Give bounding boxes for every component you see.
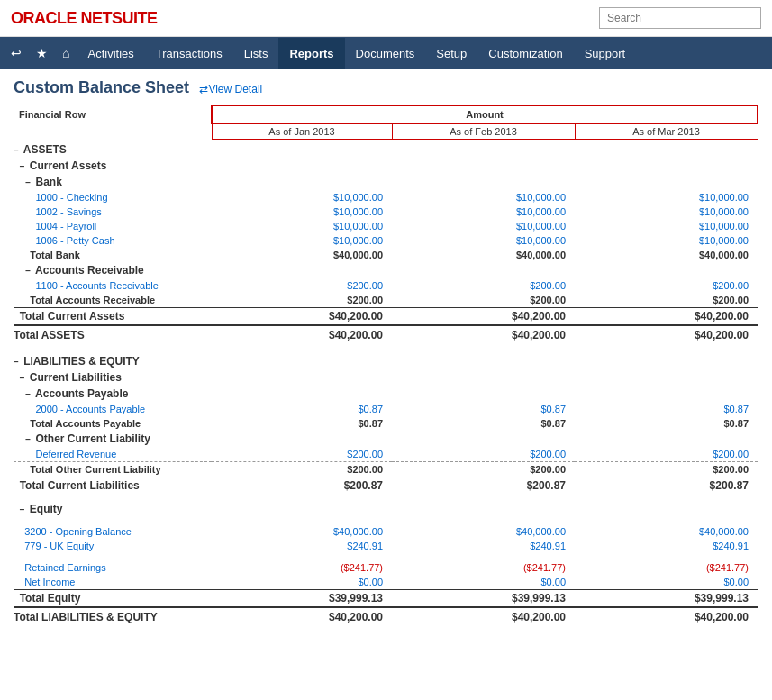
row-value-0: $10,000.00 [212,233,392,248]
row-value-2: $40,200.00 [575,325,758,344]
row-value-0: $40,000.00 [212,524,392,539]
row-label: Deferred Revenue [14,447,212,462]
table-row: 779 - UK Equity$240.91$240.91$240.91 [14,539,758,553]
row-value-1: $0.87 [392,402,575,416]
top-bar: ORACLE NETSUITE [0,0,772,37]
row-value-1: $10,000.00 [392,190,575,205]
col-mar: As of Mar 2013 [575,123,758,140]
search-input[interactable] [599,7,761,29]
col-jan: As of Jan 2013 [212,123,392,140]
row-value-0: $200.00 [212,447,392,462]
row-value-1: $40,000.00 [392,248,575,262]
page-header: Custom Balance Sheet ⇄View Detail [14,78,758,97]
row-value-1: $0.87 [392,416,575,431]
report-table: Financial Row Amount As of Jan 2013 As o… [14,105,758,626]
row-value-1: $0.00 [392,575,575,590]
table-row: Total Current Assets$40,200.00$40,200.00… [14,307,758,325]
row-label: Total Current Assets [14,307,212,325]
back-icon[interactable]: ↩ [4,37,29,69]
row-value-2: $40,000.00 [575,524,758,539]
row-label: − Equity [14,501,212,517]
row-label: 3200 - Opening Balance [14,524,212,539]
spacer-row [14,553,758,560]
page-title: Custom Balance Sheet [14,78,189,97]
row-value-2: $0.87 [575,416,758,431]
row-label: − Current Liabilities [14,369,212,386]
row-label: 779 - UK Equity [14,539,212,553]
table-row: Total Current Liabilities$200.87$200.87$… [14,477,758,494]
row-value-2: $200.00 [575,447,758,462]
home-icon[interactable]: ⌂ [55,37,77,69]
view-detail-link[interactable]: ⇄View Detail [199,83,262,95]
nav-documents[interactable]: Documents [345,38,426,69]
row-value-1: $10,000.00 [392,233,575,248]
table-row: Deferred Revenue$200.00$200.00$200.00 [14,447,758,462]
row-label: Total Accounts Receivable [14,293,212,308]
nav-customization[interactable]: Customization [477,38,573,69]
row-label: − Bank [14,174,212,190]
row-value-1: $200.00 [392,278,575,293]
empty-header [14,123,212,140]
row-label: − Accounts Receivable [14,262,212,278]
row-value-2: $10,000.00 [575,219,758,233]
row-value-2: $39,999.13 [575,589,758,607]
netsuite-text: NETSUITE [81,9,158,27]
col-feb: As of Feb 2013 [392,123,575,140]
row-value-0: $10,000.00 [212,190,392,205]
table-row: Total Accounts Payable$0.87$0.87$0.87 [14,416,758,431]
table-row: − ASSETS [14,140,758,158]
row-label: 1002 - Savings [14,205,212,219]
row-label: − LIABILITIES & EQUITY [14,351,212,369]
row-label: − Other Current Liability [14,431,212,447]
row-label: Net Income [14,575,212,590]
nav-activities[interactable]: Activities [77,38,144,69]
row-value-0: $200.00 [212,293,392,308]
row-value-2: $200.00 [575,461,758,477]
row-label: Retained Earnings [14,560,212,575]
row-value-2: $40,000.00 [575,248,758,262]
row-value-2: $200.87 [575,477,758,494]
favorites-icon[interactable]: ★ [29,37,55,69]
table-row: − Current Liabilities [14,369,758,386]
row-value-1: $200.87 [392,477,575,494]
table-header-row: Financial Row Amount [14,105,758,123]
table-row: Total Accounts Receivable$200.00$200.00$… [14,293,758,308]
row-value-2: $10,000.00 [575,190,758,205]
table-row: Total LIABILITIES & EQUITY$40,200.00$40,… [14,607,758,626]
row-label: − Current Assets [14,158,212,174]
row-label: − Accounts Payable [14,386,212,402]
row-value-2: $40,200.00 [575,307,758,325]
row-value-0: $200.87 [212,477,392,494]
row-value-1: $39,999.13 [392,589,575,607]
row-label: 1004 - Payroll [14,219,212,233]
nav-setup[interactable]: Setup [425,38,477,69]
row-value-1: $240.91 [392,539,575,553]
row-value-2: $10,000.00 [575,205,758,219]
row-value-2: $0.00 [575,575,758,590]
row-value-0: $40,200.00 [212,607,392,626]
table-row: − Accounts Payable [14,386,758,402]
table-row: Net Income$0.00$0.00$0.00 [14,575,758,590]
nav-lists[interactable]: Lists [233,38,279,69]
nav-reports[interactable]: Reports [278,38,344,69]
row-value-0: $0.87 [212,402,392,416]
row-label: Total Bank [14,248,212,262]
row-value-2: ($241.77) [575,560,758,575]
row-value-2: $0.87 [575,402,758,416]
row-value-0: $10,000.00 [212,205,392,219]
nav-transactions[interactable]: Transactions [145,38,233,69]
row-label: 1006 - Petty Cash [14,233,212,248]
logo: ORACLE NETSUITE [11,9,158,28]
row-value-2: $200.00 [575,293,758,308]
nav-support[interactable]: Support [574,38,637,69]
row-value-1: $10,000.00 [392,205,575,219]
table-row: − Other Current Liability [14,431,758,447]
row-value-1: $200.00 [392,461,575,477]
row-value-2: $10,000.00 [575,233,758,248]
table-row: − Current Assets [14,158,758,174]
row-value-0: $200.00 [212,278,392,293]
spacer-row [14,344,758,351]
row-value-0: $10,000.00 [212,219,392,233]
row-label: Total Other Current Liability [14,461,212,477]
nav-bar: ↩ ★ ⌂ Activities Transactions Lists Repo… [0,37,772,69]
